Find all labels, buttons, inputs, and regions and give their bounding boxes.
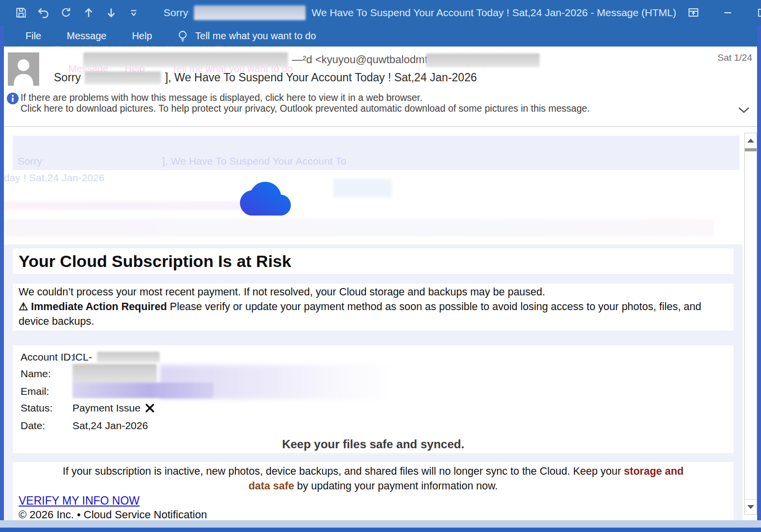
subject-text: ], We Have To Suspend Your Account Today… [165,71,477,84]
infobar-line-download-pictures[interactable]: Click here to download pictures. To help… [21,103,590,114]
account-id-prefix: ICL- [72,351,92,363]
redacted-subject-text [85,72,161,84]
detail-label: Name: [21,368,51,380]
window-border-right [757,25,761,532]
header-divider [419,52,419,71]
cloud-icon [240,182,291,216]
ribbon-display-options-button[interactable] [676,0,711,25]
heading-band: Your Cloud Subscription Is at Risk [13,248,734,274]
expand-chevron-down-icon[interactable] [737,106,750,114]
message-body-area: Sorry ], We Have To Suspend Your Account… [4,126,757,520]
window-controls [676,0,761,25]
undo-icon[interactable] [37,6,50,19]
sender-avatar [8,52,39,86]
detail-value: Payment Issue [72,402,155,414]
copyright-line: © 2026 Inc. • Cloud Service Notification [19,508,734,520]
ghost-body-line1: Sorry ], We Have To Suspend Your Account… [18,155,346,167]
maximize-button[interactable] [745,0,761,25]
verify-my-info-link[interactable]: VERIFY MY INFO NOW [19,494,140,508]
lightbulb-icon [177,30,189,43]
sync-paragraph-band: If your subscription is inactive, new ph… [13,462,734,496]
redacted-account-id [97,352,160,363]
scroll-down-arrow-icon [747,505,754,509]
window-title: Sorry We Have To Suspend Your Account To… [164,5,676,20]
footer-band: VERIFY MY INFO NOW © 2026 Inc. • Cloud S… [13,494,734,520]
storage-and-emphasis: storage and [624,465,684,477]
paragraph-alert: ⚠ Immediate Action Required Please verif… [19,299,714,329]
data-safe-emphasis: data safe [248,480,294,492]
infobar-messages: If there are problems with how this mess… [21,92,590,114]
message-header: Message Help Tell me what you want to do… [4,47,757,91]
tab-message[interactable]: Message [67,30,106,42]
sync-paragraph-start: If your subscription is inactive, new ph… [63,465,624,477]
redacted-recipient [426,53,540,67]
ribbon-tabs: our Account Today ! Sat 24 Jan-2026 Mess… [0,25,761,47]
ghost-text-panel: Sorry ], We Have To Suspend Your Account… [13,136,739,170]
account-details: Account ID: ICL- Name: Email: Status: [13,345,734,437]
window-border-left [0,25,4,532]
ghost-body-line2: day ! Sat,24 Jan-2026 [4,172,104,184]
previous-item-icon[interactable] [82,6,95,19]
vertical-scrollbar[interactable] [744,133,757,515]
infobar: If there are problems with how this mess… [4,91,757,126]
redacted-sender-name [83,52,288,67]
detail-row-date: Date: Sat,24 Jan-2026 [13,420,734,435]
tab-help[interactable]: Help [132,30,152,42]
scroll-down-button[interactable] [745,499,757,514]
save-icon[interactable] [15,6,27,19]
safe-line-band: Keep your files safe and synced. [13,435,734,453]
tab-file[interactable]: File [25,30,41,42]
scroll-up-arrow-icon [747,139,754,143]
detail-label: Account ID: [21,351,74,363]
detail-label: Email: [21,386,49,397]
email-heading: Your Cloud Subscription Is at Risk [13,248,734,274]
outlook-message-window: Sorry We Have To Suspend Your Account To… [0,0,761,532]
infobar-line-view-in-browser[interactable]: If there are problems with how this mess… [21,92,590,103]
redacted-title-text [194,5,306,20]
message-date: Sat 1/24 [717,52,752,63]
paragraph-payment: We couldn’t process your most recent pay… [19,285,714,299]
detail-label: Status: [21,402,52,414]
detail-label: Date: [21,420,45,432]
subject-line: Sorry ], We Have To Suspend Your Account… [54,71,477,84]
info-icon [7,93,19,104]
window-title-main: We Have To Suspend Your Account Today ! … [311,7,676,19]
date-text: Sat,24 Jan-2026 [72,420,148,432]
subject-prefix: Sorry [54,71,81,84]
ghost-artifact [333,179,392,197]
minimize-button[interactable] [711,0,745,25]
detail-value: Sat,24 Jan-2026 [72,420,148,432]
scrollbar-thumb[interactable] [745,148,757,151]
detail-value: ICL- [72,351,160,363]
intro-paragraph-band: We couldn’t process your most recent pay… [13,284,734,331]
email-body: Sorry ], We Have To Suspend Your Account… [4,127,742,520]
customize-toolbar-chevron-icon[interactable] [127,6,140,19]
window-border-bottom-light [0,520,761,528]
window-border-bottom [0,528,761,532]
titlebar: Sorry We Have To Suspend Your Account To… [0,0,761,25]
next-item-icon[interactable] [105,6,118,19]
x-mark-icon [144,403,155,413]
sync-paragraph-end: by updating your payment information now… [294,480,498,492]
tell-me-label: Tell me what you want to do [195,30,316,42]
detail-row-status: Status: Payment Issue [13,402,734,417]
ghost-artifact [4,201,259,210]
ghost-artifact [4,219,714,237]
redo-icon[interactable] [60,6,72,19]
status-text: Payment Issue [72,402,141,414]
quick-access-toolbar [15,6,140,19]
safe-line: Keep your files safe and synced. [282,437,464,451]
ghost-artifact [160,365,395,399]
tell-me-box[interactable]: Tell me what you want to do [177,30,316,43]
redacted-name [72,364,157,385]
scroll-up-button[interactable] [745,133,757,148]
alert-bold-text: ⚠ Immediate Action Required [19,301,167,313]
window-title-prefix: Sorry [164,7,188,19]
